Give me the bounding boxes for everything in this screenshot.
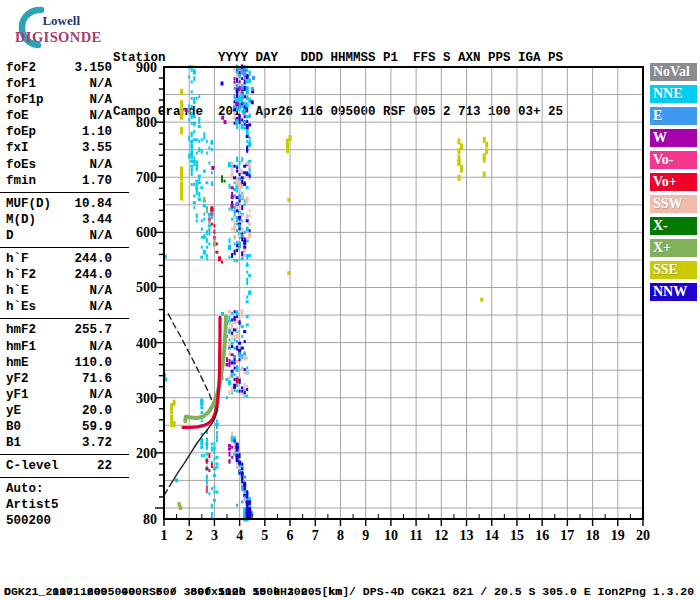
echo-point <box>239 115 241 118</box>
echo-point <box>180 183 183 189</box>
echo-point <box>246 496 248 499</box>
echo-point <box>206 230 208 235</box>
echo-point <box>248 292 251 295</box>
echo-point <box>196 97 198 100</box>
echo-point <box>206 246 208 249</box>
echo-point <box>180 167 183 173</box>
echo-point <box>238 461 241 464</box>
echo-point <box>234 206 236 209</box>
echo-point <box>246 367 248 370</box>
echo-point <box>244 181 246 184</box>
echo-point <box>229 329 231 334</box>
echo-point <box>229 238 231 243</box>
echo-point <box>248 274 251 277</box>
y-tick-label: 400 <box>136 336 157 351</box>
echo-point <box>241 70 243 75</box>
echo-point <box>198 117 200 120</box>
echo-point <box>249 71 251 74</box>
echo-point <box>244 231 246 234</box>
echo-point <box>233 216 236 219</box>
curve-profile-extrapolated-lower <box>165 482 172 494</box>
echo-point <box>243 171 246 174</box>
axis-ticks <box>155 78 643 526</box>
echo-point <box>190 165 193 168</box>
echo-point <box>195 180 198 183</box>
echo-point <box>246 80 249 83</box>
echo-point <box>234 112 236 115</box>
echo-point <box>178 502 181 506</box>
x-tick-label: 14 <box>485 528 499 543</box>
echo-point <box>241 386 243 389</box>
echo-point <box>231 186 234 189</box>
echo-point <box>244 371 246 374</box>
echo-point <box>193 157 195 160</box>
echo-point <box>175 478 178 482</box>
echo-point <box>200 256 203 259</box>
echo-point <box>196 168 198 171</box>
echo-point <box>241 234 243 237</box>
echo-point <box>188 136 190 141</box>
echo-point <box>231 362 234 365</box>
echo-point <box>221 116 224 120</box>
x-tick-label: 12 <box>434 528 448 543</box>
echo-point <box>241 486 243 491</box>
echo-point <box>236 178 238 181</box>
echo-point <box>211 447 213 452</box>
echo-point <box>215 423 218 426</box>
echo-point <box>191 169 193 174</box>
echo-point <box>226 357 228 362</box>
echo-point <box>203 234 205 237</box>
echo-point <box>460 143 463 149</box>
echo-point <box>231 437 234 442</box>
echo-point <box>228 245 231 250</box>
echo-point <box>191 113 193 118</box>
echo-point <box>249 175 251 178</box>
echo-point <box>234 362 236 365</box>
echo-point <box>246 214 248 217</box>
echo-point <box>179 506 182 510</box>
echo-point <box>221 312 224 316</box>
echo-point <box>236 443 238 446</box>
echo-point <box>246 254 248 257</box>
echo-point <box>246 315 249 318</box>
echo-point <box>234 310 236 313</box>
echo-point <box>205 181 208 184</box>
echo-point <box>206 480 208 485</box>
echo-point <box>246 388 248 391</box>
echo-point <box>180 127 183 133</box>
echo-point <box>246 271 248 274</box>
echo-point <box>210 142 213 145</box>
echo-point <box>236 454 239 457</box>
echo-point <box>244 496 246 499</box>
echo-point <box>236 119 239 124</box>
echo-point <box>231 173 233 176</box>
echo-point <box>249 209 251 212</box>
echo-point <box>208 161 210 164</box>
echo-point <box>229 452 231 457</box>
echo-point <box>244 352 246 355</box>
echo-point <box>236 312 239 315</box>
echo-point <box>241 471 243 476</box>
echo-point <box>239 173 241 176</box>
echo-point <box>208 233 210 236</box>
echo-point <box>236 186 238 189</box>
echo-point <box>241 157 243 162</box>
echo-point <box>228 347 231 350</box>
echo-point <box>231 218 233 221</box>
echo-point <box>458 160 461 166</box>
echo-point <box>236 203 238 206</box>
echo-point <box>239 469 241 472</box>
echo-point <box>193 130 195 133</box>
echo-point <box>188 118 190 121</box>
echo-point <box>246 87 248 90</box>
echo-point <box>228 448 231 451</box>
echo-point <box>246 500 249 503</box>
echo-point <box>211 171 213 174</box>
echo-point <box>241 118 243 121</box>
echo-point <box>238 180 241 185</box>
echo-point <box>241 313 243 318</box>
echo-point <box>193 195 195 198</box>
echo-point <box>208 147 210 150</box>
legend-item-vo: Vo- <box>650 151 697 169</box>
echo-point <box>236 180 238 185</box>
